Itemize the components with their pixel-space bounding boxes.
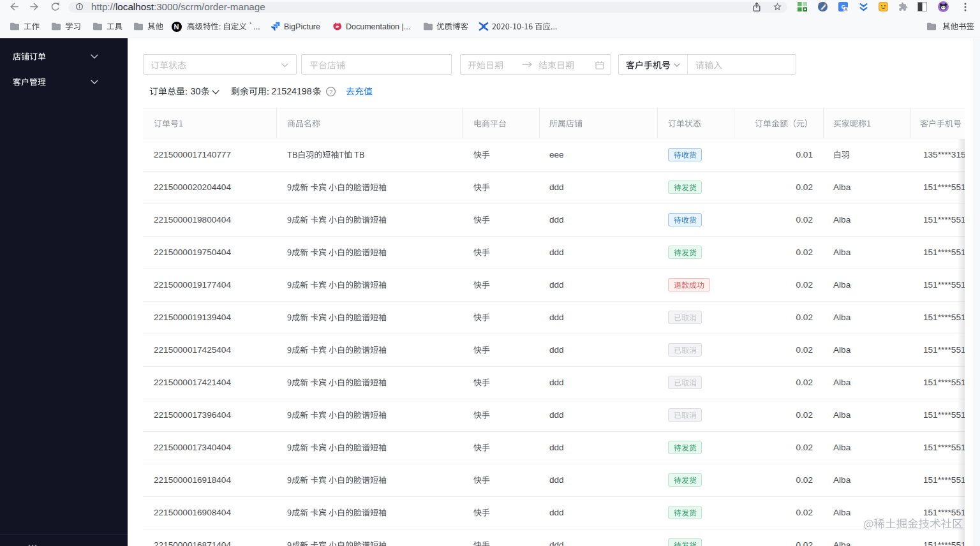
svg-text:?: ? (329, 88, 332, 95)
svg-text:N: N (174, 23, 179, 31)
svg-text:A: A (845, 7, 848, 11)
